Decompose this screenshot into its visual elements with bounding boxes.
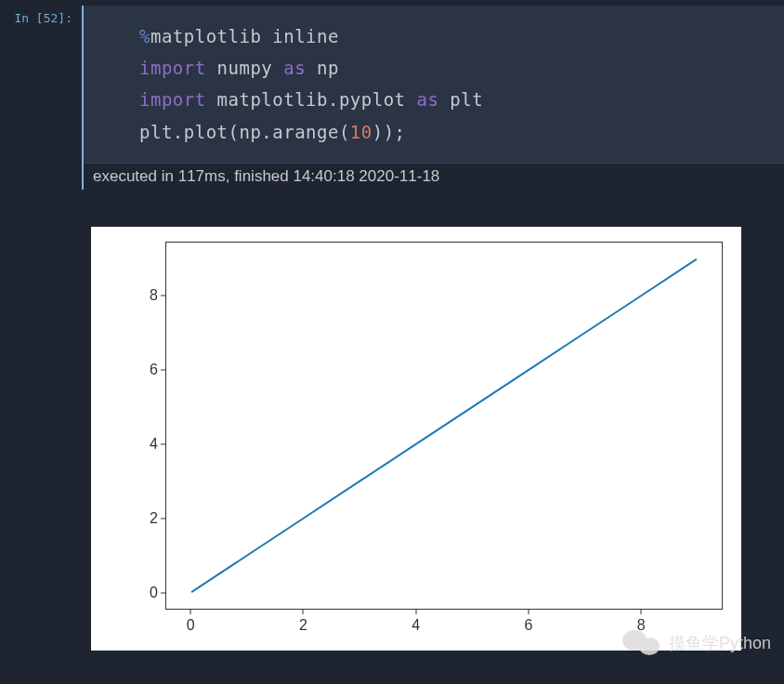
x-tick-label: 6	[524, 617, 532, 634]
code-editor[interactable]: %matplotlib inline import numpy as np im…	[84, 6, 784, 163]
x-tick-mark	[641, 610, 642, 614]
y-tick-label: 4	[136, 436, 158, 453]
cell-input-wrap: %matplotlib inline import numpy as np im…	[82, 6, 784, 190]
line-series	[166, 243, 722, 609]
watermark: 摸鱼学Python	[622, 628, 771, 658]
x-tick-mark	[528, 610, 529, 614]
input-prompt: In [52]:	[0, 6, 82, 190]
x-tick-mark	[190, 610, 191, 614]
code-line: import numpy as np	[139, 52, 765, 84]
y-tick-mark	[161, 369, 165, 370]
x-tick-label: 2	[299, 617, 307, 634]
code-line: import matplotlib.pyplot as plt	[139, 84, 765, 115]
magic-token: %	[139, 26, 150, 46]
y-tick-label: 2	[136, 510, 158, 527]
x-tick-mark	[303, 610, 304, 614]
x-tick-label: 4	[412, 617, 420, 634]
wechat-icon	[622, 628, 665, 658]
watermark-text: 摸鱼学Python	[669, 632, 771, 654]
cell-output: 02468 02468	[82, 190, 784, 669]
execution-info: executed in 117ms, finished 14:40:18 202…	[84, 163, 784, 190]
code-line: plt.plot(np.arange(10));	[139, 116, 765, 148]
x-tick-mark	[415, 610, 416, 614]
y-tick-mark	[161, 518, 165, 519]
plot-axes	[165, 242, 723, 610]
y-tick-label: 8	[136, 287, 158, 304]
y-tick-mark	[161, 295, 165, 296]
matplotlib-figure: 02468 02468	[91, 227, 741, 651]
y-tick-label: 0	[136, 585, 158, 601]
y-tick-mark	[161, 443, 165, 444]
x-tick-label: 0	[187, 617, 195, 634]
y-tick-mark	[161, 592, 165, 593]
code-line: %matplotlib inline	[139, 20, 765, 52]
y-tick-label: 6	[136, 362, 158, 378]
notebook-cell: In [52]: %matplotlib inline import numpy…	[0, 0, 784, 190]
